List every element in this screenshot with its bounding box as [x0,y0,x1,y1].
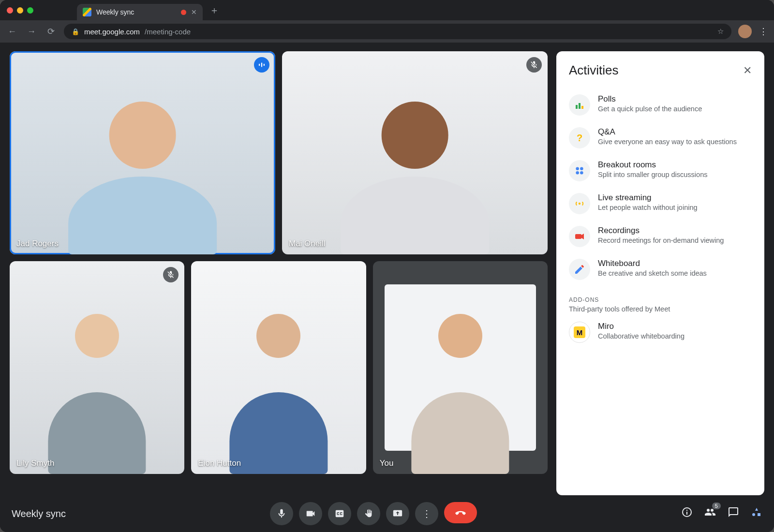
activities-button[interactable] [751,506,762,521]
video-row-bottom: Lily Smyth Eion Hutton You [10,261,548,474]
close-panel-button[interactable]: ✕ [743,64,752,77]
addon-miro[interactable]: M Miro Collaborative whiteboarding [569,316,752,349]
browser-tab[interactable]: Weekly sync ✕ [77,4,203,20]
addon-title: Miro [598,322,685,331]
browser-window: Weekly sync ✕ ＋ ← → ⟳ 🔒 meet.google.com/… [0,0,774,532]
record-icon [569,226,590,247]
svg-rect-16 [758,513,760,516]
url-host: meet.google.com [84,28,140,36]
bottom-right-icons: 5 [681,506,762,521]
participant-count-badge: 5 [712,502,721,509]
more-options-button[interactable]: ⋮ [415,502,438,525]
video-grid: Jad Rogers Mai Oneill Lily Smyth [10,51,548,495]
meet-favicon-icon [83,8,91,16]
lock-icon: 🔒 [72,28,79,35]
svg-point-15 [752,513,755,516]
svg-marker-14 [755,508,758,511]
mic-toggle-button[interactable] [270,502,293,525]
tab-strip: Weekly sync ✕ [77,4,203,20]
panel-title: Activities [569,63,619,78]
stream-icon [569,193,590,214]
speaking-indicator-icon [254,57,269,73]
close-tab-button[interactable]: ✕ [191,8,197,16]
activities-panel: Activities ✕ Polls Get a quick pulse of … [556,51,764,495]
raise-hand-button[interactable] [357,502,380,525]
svg-rect-5 [581,106,583,109]
new-tab-button[interactable]: ＋ [209,4,219,17]
activity-title: Q&A [598,127,737,137]
activity-breakout-rooms[interactable]: Breakout rooms Split into smaller group … [569,154,752,187]
window-controls [7,7,33,14]
recording-indicator-icon [181,10,186,15]
maximize-window-button[interactable] [27,7,33,14]
call-controls: ⋮ [270,502,477,525]
svg-point-8 [580,167,583,170]
qa-icon: ? [569,127,590,148]
activity-live-streaming[interactable]: Live streaming Let people watch without … [569,187,752,220]
svg-marker-13 [581,234,584,239]
participant-tile-jad-rogers[interactable]: Jad Rogers [10,51,275,254]
chat-button[interactable] [728,506,739,521]
video-row-top: Jad Rogers Mai Oneill [10,51,548,254]
svg-point-10 [580,171,583,175]
participant-tile-lily-smyth[interactable]: Lily Smyth [10,261,184,474]
bookmark-button[interactable]: ☆ [717,27,724,36]
activity-desc: Split into smaller group discussions [598,171,707,178]
activity-desc: Let people watch without joining [598,204,698,211]
back-button[interactable]: ← [6,27,18,37]
activity-polls[interactable]: Polls Get a quick pulse of the audience [569,89,752,121]
addons-section-label: ADD-ONS [569,296,752,303]
participant-name: Eion Hutton [198,458,241,468]
activity-title: Polls [598,94,702,104]
addons-section-sub: Third-party tools offered by Meet [569,305,752,313]
tab-title: Weekly sync [96,8,134,16]
present-screen-button[interactable] [386,502,409,525]
svg-rect-4 [579,103,580,109]
breakout-icon [569,160,590,181]
activity-recordings[interactable]: Recordings Record meetings for on-demand… [569,220,752,253]
activity-whiteboard[interactable]: Whiteboard Be creative and sketch some i… [569,253,752,286]
activity-title: Recordings [598,226,724,236]
miro-icon: M [569,322,590,343]
meeting-details-button[interactable] [681,506,693,521]
address-bar[interactable]: 🔒 meet.google.com/meeting-code ☆ [64,24,731,39]
participant-tile-you[interactable]: You [373,261,548,474]
meeting-main-area: Jad Rogers Mai Oneill Lily Smyth [0,43,774,495]
reload-button[interactable]: ⟳ [45,26,57,37]
participants-button[interactable]: 5 [704,506,716,521]
participant-name: Mai Oneill [289,239,326,249]
polls-icon [569,94,590,116]
svg-rect-0 [259,64,260,66]
browser-toolbar: ← → ⟳ 🔒 meet.google.com/meeting-code ☆ ⋮ [0,20,774,43]
meeting-name: Weekly sync [12,508,66,519]
participant-tile-mai-oneill[interactable]: Mai Oneill [282,51,548,254]
participant-tile-eion-hutton[interactable]: Eion Hutton [191,261,366,474]
svg-text:?: ? [577,133,582,143]
profile-avatar[interactable] [738,25,752,38]
captions-button[interactable] [328,502,351,525]
svg-rect-1 [261,63,262,67]
activity-desc: Be creative and sketch some ideas [598,269,707,277]
svg-rect-12 [575,234,581,239]
whiteboard-icon [569,259,590,280]
url-path: /meeting-code [145,28,191,36]
participant-name: You [380,458,394,468]
minimize-window-button[interactable] [17,7,23,14]
activity-title: Breakout rooms [598,160,707,170]
participant-name: Jad Rogers [16,239,59,249]
forward-button[interactable]: → [25,27,38,37]
leave-call-button[interactable] [444,502,477,523]
activity-qa[interactable]: ? Q&A Give everyone an easy way to ask q… [569,121,752,154]
svg-point-7 [576,167,579,170]
browser-menu-button[interactable]: ⋮ [759,26,768,37]
camera-toggle-button[interactable] [299,502,322,525]
svg-point-11 [579,203,580,205]
muted-icon [526,57,542,73]
activity-title: Whiteboard [598,259,707,268]
activity-title: Live streaming [598,193,698,203]
activity-desc: Get a quick pulse of the audience [598,105,702,113]
close-window-button[interactable] [7,7,13,14]
svg-rect-3 [576,105,578,109]
activity-desc: Give everyone an easy way to ask questio… [598,138,737,146]
activity-desc: Record meetings for on-demand viewing [598,236,724,244]
